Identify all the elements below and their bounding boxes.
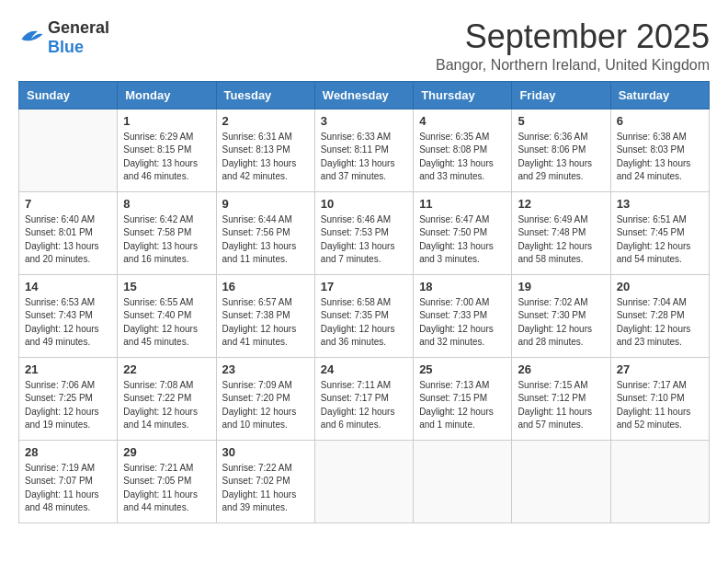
title-block: September 2025 Bangor, Northern Ireland,…	[436, 18, 710, 74]
day-info: Sunrise: 7:13 AM Sunset: 7:15 PM Dayligh…	[419, 379, 506, 432]
day-number: 22	[123, 362, 210, 376]
calendar-cell: 8Sunrise: 6:42 AM Sunset: 7:58 PM Daylig…	[118, 191, 216, 274]
day-number: 25	[419, 362, 506, 376]
day-info: Sunrise: 6:38 AM Sunset: 8:03 PM Dayligh…	[617, 131, 703, 184]
calendar-cell: 16Sunrise: 6:57 AM Sunset: 7:38 PM Dayli…	[216, 274, 314, 357]
day-info: Sunrise: 7:00 AM Sunset: 7:33 PM Dayligh…	[419, 296, 506, 350]
logo-text: General Blue	[48, 18, 109, 57]
calendar-cell: 22Sunrise: 7:08 AM Sunset: 7:22 PM Dayli…	[118, 357, 216, 440]
day-info: Sunrise: 6:36 AM Sunset: 8:06 PM Dayligh…	[518, 131, 604, 184]
day-number: 1	[123, 114, 210, 128]
calendar-cell: 11Sunrise: 6:47 AM Sunset: 7:50 PM Dayli…	[414, 191, 512, 274]
day-info: Sunrise: 6:47 AM Sunset: 7:50 PM Dayligh…	[419, 213, 506, 267]
day-info: Sunrise: 7:11 AM Sunset: 7:17 PM Dayligh…	[321, 379, 407, 432]
week-row-1: 1Sunrise: 6:29 AM Sunset: 8:15 PM Daylig…	[19, 109, 710, 191]
weekday-header-saturday: Saturday	[610, 81, 709, 109]
calendar-cell: 10Sunrise: 6:46 AM Sunset: 7:53 PM Dayli…	[314, 191, 413, 274]
calendar-cell: 24Sunrise: 7:11 AM Sunset: 7:17 PM Dayli…	[314, 357, 413, 440]
day-info: Sunrise: 7:15 AM Sunset: 7:12 PM Dayligh…	[518, 379, 604, 432]
logo-icon	[18, 26, 44, 50]
day-info: Sunrise: 7:21 AM Sunset: 7:05 PM Dayligh…	[123, 462, 210, 515]
day-info: Sunrise: 7:19 AM Sunset: 7:07 PM Dayligh…	[25, 462, 111, 515]
day-number: 23	[222, 362, 309, 376]
calendar-cell	[512, 440, 610, 523]
day-number: 6	[617, 114, 703, 128]
day-number: 17	[321, 280, 407, 293]
calendar-table: SundayMondayTuesdayWednesdayThursdayFrid…	[18, 81, 710, 523]
day-number: 29	[123, 445, 210, 459]
calendar-cell: 28Sunrise: 7:19 AM Sunset: 7:07 PM Dayli…	[19, 440, 118, 523]
month-title: September 2025	[436, 18, 710, 55]
weekday-header-wednesday: Wednesday	[314, 81, 413, 109]
page-header: General Blue September 2025 Bangor, Nort…	[18, 18, 710, 74]
day-info: Sunrise: 6:31 AM Sunset: 8:13 PM Dayligh…	[222, 131, 309, 184]
day-info: Sunrise: 6:40 AM Sunset: 8:01 PM Dayligh…	[25, 213, 111, 267]
day-number: 4	[419, 114, 506, 128]
day-number: 28	[25, 445, 111, 459]
day-info: Sunrise: 6:33 AM Sunset: 8:11 PM Dayligh…	[321, 131, 407, 184]
day-number: 30	[222, 445, 309, 459]
calendar-cell	[314, 440, 413, 523]
calendar-cell: 15Sunrise: 6:55 AM Sunset: 7:40 PM Dayli…	[118, 274, 216, 357]
day-number: 11	[419, 197, 506, 211]
calendar-cell: 6Sunrise: 6:38 AM Sunset: 8:03 PM Daylig…	[610, 109, 709, 191]
day-number: 16	[222, 280, 309, 293]
day-number: 18	[419, 280, 506, 293]
location-title: Bangor, Northern Ireland, United Kingdom	[436, 57, 710, 74]
day-info: Sunrise: 7:08 AM Sunset: 7:22 PM Dayligh…	[123, 379, 210, 432]
calendar-cell: 30Sunrise: 7:22 AM Sunset: 7:02 PM Dayli…	[216, 440, 314, 523]
weekday-header-thursday: Thursday	[414, 81, 512, 109]
calendar-cell: 20Sunrise: 7:04 AM Sunset: 7:28 PM Dayli…	[610, 274, 709, 357]
week-row-2: 7Sunrise: 6:40 AM Sunset: 8:01 PM Daylig…	[19, 191, 710, 274]
day-number: 15	[123, 280, 210, 293]
calendar-cell: 19Sunrise: 7:02 AM Sunset: 7:30 PM Dayli…	[512, 274, 610, 357]
calendar-cell: 21Sunrise: 7:06 AM Sunset: 7:25 PM Dayli…	[19, 357, 118, 440]
day-number: 27	[617, 362, 703, 376]
day-info: Sunrise: 6:49 AM Sunset: 7:48 PM Dayligh…	[518, 213, 604, 267]
calendar-cell: 27Sunrise: 7:17 AM Sunset: 7:10 PM Dayli…	[610, 357, 709, 440]
calendar-cell: 4Sunrise: 6:35 AM Sunset: 8:08 PM Daylig…	[414, 109, 512, 191]
day-info: Sunrise: 6:51 AM Sunset: 7:45 PM Dayligh…	[617, 213, 703, 267]
day-info: Sunrise: 7:22 AM Sunset: 7:02 PM Dayligh…	[222, 462, 309, 515]
day-info: Sunrise: 6:57 AM Sunset: 7:38 PM Dayligh…	[222, 296, 309, 350]
day-info: Sunrise: 7:09 AM Sunset: 7:20 PM Dayligh…	[222, 379, 309, 432]
day-info: Sunrise: 7:02 AM Sunset: 7:30 PM Dayligh…	[518, 296, 604, 350]
calendar-cell: 2Sunrise: 6:31 AM Sunset: 8:13 PM Daylig…	[216, 109, 314, 191]
day-number: 8	[123, 197, 210, 211]
day-number: 26	[518, 362, 604, 376]
calendar-cell: 7Sunrise: 6:40 AM Sunset: 8:01 PM Daylig…	[19, 191, 118, 274]
day-info: Sunrise: 6:55 AM Sunset: 7:40 PM Dayligh…	[123, 296, 210, 350]
calendar-cell: 23Sunrise: 7:09 AM Sunset: 7:20 PM Dayli…	[216, 357, 314, 440]
day-number: 14	[25, 280, 111, 293]
day-info: Sunrise: 6:46 AM Sunset: 7:53 PM Dayligh…	[321, 213, 407, 267]
day-info: Sunrise: 6:42 AM Sunset: 7:58 PM Dayligh…	[123, 213, 210, 267]
day-number: 20	[617, 280, 703, 293]
day-number: 10	[321, 197, 407, 211]
week-row-4: 21Sunrise: 7:06 AM Sunset: 7:25 PM Dayli…	[19, 357, 710, 440]
day-info: Sunrise: 7:17 AM Sunset: 7:10 PM Dayligh…	[617, 379, 703, 432]
weekday-header-tuesday: Tuesday	[216, 81, 314, 109]
day-number: 13	[617, 197, 703, 211]
calendar-cell: 1Sunrise: 6:29 AM Sunset: 8:15 PM Daylig…	[118, 109, 216, 191]
calendar-cell: 14Sunrise: 6:53 AM Sunset: 7:43 PM Dayli…	[19, 274, 118, 357]
logo: General Blue	[18, 18, 109, 57]
day-info: Sunrise: 7:04 AM Sunset: 7:28 PM Dayligh…	[617, 296, 703, 350]
calendar-cell: 17Sunrise: 6:58 AM Sunset: 7:35 PM Dayli…	[314, 274, 413, 357]
day-info: Sunrise: 6:35 AM Sunset: 8:08 PM Dayligh…	[419, 131, 506, 184]
calendar-cell: 26Sunrise: 7:15 AM Sunset: 7:12 PM Dayli…	[512, 357, 610, 440]
day-info: Sunrise: 6:44 AM Sunset: 7:56 PM Dayligh…	[222, 213, 309, 267]
calendar-cell: 29Sunrise: 7:21 AM Sunset: 7:05 PM Dayli…	[118, 440, 216, 523]
day-number: 2	[222, 114, 309, 128]
day-info: Sunrise: 6:29 AM Sunset: 8:15 PM Dayligh…	[123, 131, 210, 184]
week-row-5: 28Sunrise: 7:19 AM Sunset: 7:07 PM Dayli…	[19, 440, 710, 523]
week-row-3: 14Sunrise: 6:53 AM Sunset: 7:43 PM Dayli…	[19, 274, 710, 357]
day-number: 9	[222, 197, 309, 211]
calendar-cell: 12Sunrise: 6:49 AM Sunset: 7:48 PM Dayli…	[512, 191, 610, 274]
day-info: Sunrise: 6:58 AM Sunset: 7:35 PM Dayligh…	[321, 296, 407, 350]
calendar-cell: 18Sunrise: 7:00 AM Sunset: 7:33 PM Dayli…	[414, 274, 512, 357]
weekday-header-monday: Monday	[118, 81, 216, 109]
calendar-cell	[414, 440, 512, 523]
day-number: 21	[25, 362, 111, 376]
day-number: 19	[518, 280, 604, 293]
day-info: Sunrise: 7:06 AM Sunset: 7:25 PM Dayligh…	[25, 379, 111, 432]
